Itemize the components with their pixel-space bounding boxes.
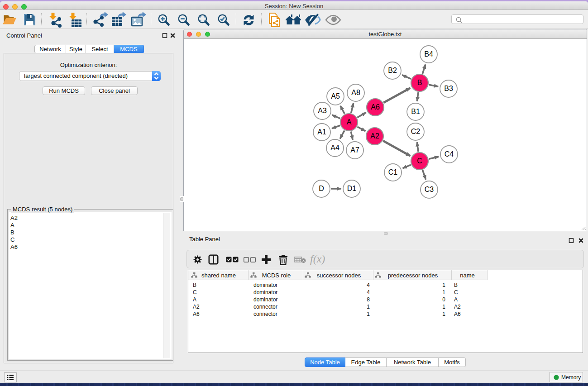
svg-text:A6: A6 [371,103,380,111]
svg-text:C2: C2 [411,128,421,135]
svg-text:B1: B1 [411,108,420,115]
svg-text:A3: A3 [318,107,327,114]
svg-text:B: B [417,79,422,86]
svg-text:C1: C1 [388,168,398,176]
svg-text:B3: B3 [444,85,453,92]
svg-text:A5: A5 [331,92,340,100]
svg-text:A4: A4 [330,144,339,152]
svg-text:C3: C3 [425,186,434,193]
svg-text:D: D [319,185,324,192]
svg-text:A1: A1 [317,128,326,136]
svg-text:C4: C4 [445,150,454,158]
svg-text:B2: B2 [388,67,397,74]
svg-text:A7: A7 [350,146,359,154]
svg-text:D1: D1 [347,185,357,192]
svg-text:A: A [347,118,352,126]
svg-text:A8: A8 [351,89,360,96]
svg-text:B4: B4 [424,50,433,58]
svg-text:C: C [417,157,422,165]
svg-text:A2: A2 [370,132,379,140]
